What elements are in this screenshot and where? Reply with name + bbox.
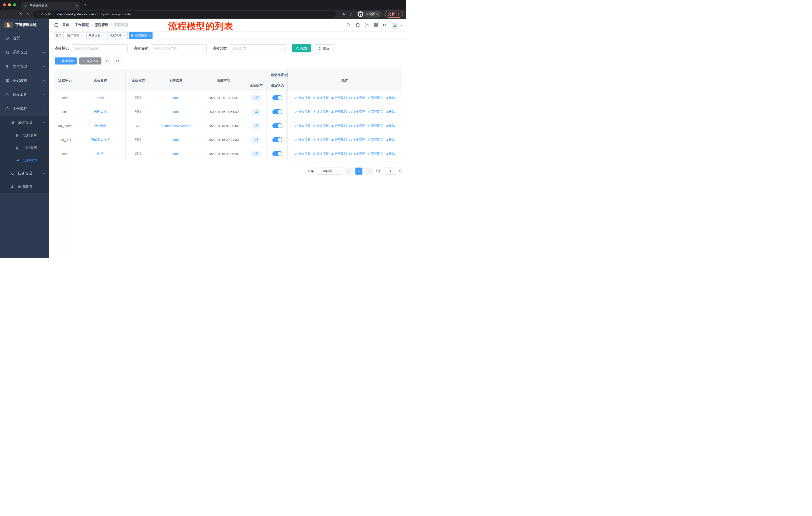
tag-close-icon[interactable]: × [148,33,150,37]
current-page-button[interactable]: 1 [355,167,362,174]
modify-process-link[interactable]: 修改流程 [295,96,311,100]
process-definition-link[interactable]: 流程定义 [367,152,383,156]
delete-link[interactable]: 删除 [385,152,395,156]
sidebar-item-infra[interactable]: 基础设施 [0,74,49,88]
next-page-button[interactable]: › [365,167,373,174]
sidebar-toggle-icon[interactable] [53,22,58,27]
avatar[interactable] [391,21,399,29]
modify-process-link[interactable]: 修改流程 [295,152,311,156]
help-icon[interactable]: ? [365,23,369,27]
process-name-link[interactable]: 滔博 [97,152,104,156]
publish-process-link[interactable]: 发布流程 [349,124,365,128]
status-toggle[interactable] [272,95,283,100]
process-definition-link[interactable]: 流程定义 [367,138,383,142]
search-button[interactable]: 搜索 [292,44,311,52]
prev-page-button[interactable]: ‹ [345,167,353,174]
version-badge[interactable]: v21 [251,151,261,157]
assign-rule-link[interactable]: 分配规则 [331,110,347,114]
process-definition-link[interactable]: 流程定义 [367,110,383,114]
form-info-link[interactable]: biubiu [172,96,180,100]
new-tab-button[interactable]: + [84,2,87,7]
update-button[interactable]: 更新 ⋮ [385,10,403,18]
delete-link[interactable]: 删除 [385,110,395,114]
refresh-table-button[interactable] [114,57,121,64]
publish-process-link[interactable]: 发布流程 [349,138,365,142]
sidebar-item-home[interactable]: 首页 [0,31,49,45]
home-icon[interactable]: ⌂ [26,12,29,16]
design-process-link[interactable]: 设计流程 [313,96,329,100]
tag-close-icon[interactable]: × [123,33,125,37]
sidebar-item-leave-query[interactable]: 请假查询 [0,180,49,193]
sidebar-item-payment[interactable]: ¥ 支付管理 [0,59,49,74]
version-badge[interactable]: v2 [252,109,261,115]
sidebar-item-user-group[interactable]: 用户分组 [0,142,49,154]
version-badge[interactable]: v17 [251,95,261,101]
process-definition-link[interactable]: 流程定义 [367,124,383,128]
process-name-link[interactable]: 自己审批 [94,110,107,114]
browser-tab[interactable]: 芋道管理系统 × [21,2,80,9]
avatar-caret-icon[interactable]: ▾ [401,24,402,26]
sidebar-item-process-model[interactable]: 流程模型 [0,154,49,167]
reload-icon[interactable]: ↻ [19,12,22,16]
design-process-link[interactable]: 设计流程 [313,124,329,128]
back-icon[interactable]: ← [3,12,7,16]
close-window-button[interactable] [3,3,6,6]
modify-process-link[interactable]: 修改流程 [295,110,311,114]
goto-page-input[interactable] [385,167,396,174]
publish-process-link[interactable]: 发布流程 [349,96,365,100]
assign-rule-link[interactable]: 分配规则 [331,96,347,100]
form-info-link[interactable]: biubiu [172,110,180,114]
process-definition-link[interactable]: 流程定义 [367,96,383,100]
toggle-search-button[interactable] [104,57,111,64]
bookmark-star-icon[interactable]: ☆ [350,12,353,17]
tag-close-icon[interactable]: × [102,33,104,37]
breadcrumb-workflow[interactable]: 工作流程 [75,23,89,27]
assign-rule-link[interactable]: 分配规则 [331,152,347,156]
github-icon[interactable] [355,23,360,27]
form-info-link[interactable]: biubiu [172,138,180,142]
delete-link[interactable]: 删除 [385,96,395,100]
sidebar-item-process-mgmt[interactable]: 流程管理 [0,116,49,129]
tag-process-model[interactable]: 流程模型 × [129,32,153,39]
tag-tenant-mgmt[interactable]: 租户管理 × [65,32,85,39]
version-badge[interactable]: v5 [252,123,261,129]
form-info-link[interactable]: biubiu [172,152,180,156]
process-name-link[interactable]: OA 请假 [94,124,107,128]
modify-process-link[interactable]: 修改流程 [295,124,311,128]
modify-process-link[interactable]: 修改流程 [295,138,311,142]
breadcrumb-home[interactable]: 首页 [62,23,69,27]
create-process-button[interactable]: 新建流程 [55,57,77,64]
key-icon[interactable] [342,12,346,16]
font-size-icon[interactable]: tT [383,23,386,27]
design-process-link[interactable]: 设计流程 [313,138,329,142]
tag-process-form[interactable]: 流程表单 × [108,32,127,39]
page-size-select[interactable]: 10条/页 [317,167,342,174]
delete-link[interactable]: 删除 [385,124,395,128]
browser-menu-icon[interactable]: ⋮ [397,12,400,16]
status-toggle[interactable] [272,123,283,128]
status-toggle[interactable] [272,137,283,142]
publish-process-link[interactable]: 发布流程 [349,152,365,156]
process-name-link[interactable]: 测试多审批人 [91,138,110,142]
design-process-link[interactable]: 设计流程 [313,152,329,156]
publish-process-link[interactable]: 发布流程 [349,110,365,114]
breadcrumb-process-mgmt[interactable]: 流程管理 [94,23,109,27]
fullscreen-icon[interactable] [374,23,378,27]
process-key-input[interactable] [72,44,127,52]
reset-button[interactable]: 重置 [314,44,334,52]
zoom-window-button[interactable] [13,3,16,6]
sidebar-item-devtools[interactable]: 研发工具 [0,88,49,102]
process-category-select[interactable]: 流程分类 [230,44,286,52]
sidebar-item-task-mgmt[interactable]: 任务管理 [0,167,49,180]
assign-rule-link[interactable]: 分配规则 [331,138,347,142]
version-badge[interactable]: v4 [252,137,261,143]
tab-close-icon[interactable]: × [76,4,78,8]
tag-my-process[interactable]: 我的流程 × [86,32,107,39]
tag-close-icon[interactable]: × [81,33,83,37]
sidebar-item-system[interactable]: 系统管理 [0,45,49,59]
tag-home[interactable]: 首页 [53,32,64,39]
delete-link[interactable]: 删除 [385,138,395,142]
sidebar-item-workflow[interactable]: 工作流程 [0,102,49,116]
form-info-link[interactable]: /bpm/oa/leave/create [161,124,191,128]
design-process-link[interactable]: 设计流程 [313,110,329,114]
